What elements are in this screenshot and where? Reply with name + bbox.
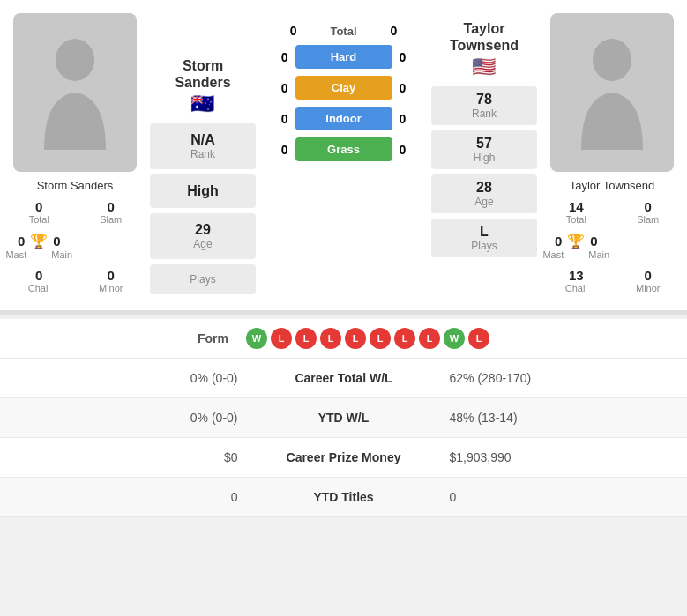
form-row: Form WLLLLLLLWL — [0, 319, 687, 359]
row-center-2: Career Prize Money — [256, 450, 432, 464]
svg-point-0 — [56, 39, 94, 81]
mid-center-col: 0 Total 0 0 Hard 0 0 Clay 0 0 Indoor 0 — [256, 13, 431, 165]
form-badge-l: L — [394, 328, 415, 349]
form-badge-l: L — [295, 328, 317, 349]
row-left-1: 0% (0-0) — [18, 411, 256, 425]
form-badge-l: L — [419, 328, 440, 349]
right-flag: 🇺🇸 — [450, 56, 519, 78]
left-trophy-icon: 🏆 — [30, 233, 48, 249]
right-stat-slam: 0 Slam — [614, 197, 683, 227]
surface-row-indoor: 0 Indoor 0 — [266, 107, 422, 130]
form-badge-w: W — [246, 328, 267, 349]
grass-button[interactable]: Grass — [295, 137, 392, 161]
indoor-button[interactable]: Indoor — [295, 107, 392, 130]
main-container: Storm Sanders 0 Total 0 Slam 0 🏆 0 — [0, 0, 687, 517]
left-player-col: Storm Sanders 0 Total 0 Slam 0 🏆 0 — [0, 13, 150, 296]
left-flag: 🇦🇺 — [175, 93, 230, 115]
row-right-0: 62% (280-170) — [432, 371, 670, 385]
left-player-avatar — [13, 13, 137, 172]
row-left-2: $0 — [18, 450, 256, 464]
form-badges: WLLLLLLLWL — [246, 328, 489, 349]
svg-point-1 — [593, 39, 631, 81]
row-right-1: 48% (13-14) — [432, 411, 670, 425]
table-row: $0 Career Prize Money $1,903,990 — [0, 438, 687, 478]
left-stat-chall: 0 Chall — [4, 265, 74, 296]
right-plays-box: L Plays — [431, 219, 537, 257]
left-stat-mast: 0 🏆 0 Mast Main — [4, 230, 74, 263]
divider — [0, 310, 687, 315]
left-high-box: High — [150, 174, 256, 208]
right-stat-total: 14 Total — [541, 197, 611, 227]
row-center-1: YTD W/L — [256, 411, 432, 425]
right-player-name-top: TaylorTownsend — [450, 21, 519, 53]
left-stat-minor: 0 Minor — [77, 265, 146, 296]
mid-left-col: StormSanders 🇦🇺 N/A Rank High 29 Age Pla… — [150, 13, 256, 297]
form-badge-l: L — [370, 328, 391, 349]
form-badge-l: L — [345, 328, 366, 349]
hard-button[interactable]: Hard — [295, 45, 392, 69]
left-stat-slam: 0 Slam — [77, 197, 146, 227]
form-badge-l: L — [271, 328, 292, 349]
right-player-avatar — [550, 13, 674, 172]
table-row: 0 YTD Titles 0 — [0, 478, 687, 517]
form-badge-l: L — [320, 328, 341, 349]
right-stat-minor: 0 Minor — [614, 265, 683, 296]
players-section: Storm Sanders 0 Total 0 Slam 0 🏆 0 — [0, 0, 687, 310]
right-stat-chall: 13 Chall — [541, 265, 611, 296]
left-stat-total: 0 Total — [4, 197, 74, 227]
form-badge-w: W — [444, 328, 465, 349]
right-rank-box: 78 Rank — [431, 86, 537, 125]
table-row: 0% (0-0) YTD W/L 48% (13-14) — [0, 398, 687, 438]
right-high-box: 57 High — [431, 130, 537, 169]
clay-button[interactable]: Clay — [295, 76, 392, 100]
mid-right-col: TaylorTownsend 🇺🇸 78 Rank 57 High 28 Age… — [431, 13, 537, 260]
right-player-col: Taylor Townsend 14 Total 0 Slam 0 🏆 0 — [537, 13, 687, 296]
right-trophy-icon: 🏆 — [567, 233, 585, 249]
surface-row-clay: 0 Clay 0 — [266, 76, 422, 100]
surface-row-hard: 0 Hard 0 — [266, 45, 422, 69]
row-center-0: Career Total W/L — [256, 371, 432, 385]
right-age-box: 28 Age — [431, 174, 537, 213]
row-left-0: 0% (0-0) — [18, 371, 256, 385]
row-right-3: 0 — [432, 490, 670, 504]
right-stats-grid: 14 Total 0 Slam 0 🏆 0 Mast Main — [541, 197, 683, 296]
form-badge-l: L — [468, 328, 489, 349]
right-player-name: Taylor Townsend — [570, 179, 655, 192]
row-left-3: 0 — [18, 490, 256, 504]
data-rows-container: 0% (0-0) Career Total W/L 62% (280-170) … — [0, 359, 687, 517]
left-player-name: Storm Sanders — [37, 179, 114, 192]
row-right-2: $1,903,990 — [432, 450, 670, 464]
surface-row-grass: 0 Grass 0 — [266, 137, 422, 161]
left-rank-box: N/A Rank — [150, 123, 256, 169]
row-center-3: YTD Titles — [256, 490, 432, 504]
total-row: 0 Total 0 — [275, 24, 413, 38]
table-row: 0% (0-0) Career Total W/L 62% (280-170) — [0, 359, 687, 398]
stats-table: Form WLLLLLLLWL 0% (0-0) Career Total W/… — [0, 319, 687, 517]
left-player-name-top: StormSanders — [175, 58, 230, 90]
right-stat-mast: 0 🏆 0 Mast Main — [541, 230, 611, 263]
left-age-box: 29 Age — [150, 213, 256, 259]
left-stats-grid: 0 Total 0 Slam 0 🏆 0 Mast Main — [4, 197, 146, 296]
left-plays-box: Plays — [150, 264, 256, 294]
